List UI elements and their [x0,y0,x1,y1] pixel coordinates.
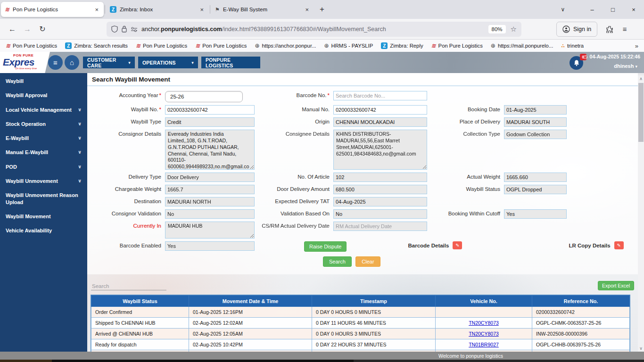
sidebar-item-e-waybill[interactable]: E-Waybill∨ [0,131,87,145]
extensions-puzzle-icon[interactable] [602,22,617,36]
table-row: Ready for dispatch 02-Aug-2025 10:42PM 0… [91,339,630,350]
table-search-input[interactable] [91,282,166,290]
page-scrollbar[interactable]: ∧ ∨ [638,75,644,352]
ponpure-express-logo[interactable]: PON PURE Expres On time every time [0,52,50,73]
booking-date-input[interactable] [504,105,567,115]
export-excel-button[interactable]: Export Excel [598,281,634,290]
destination-input[interactable] [165,197,255,206]
waybill-no-input[interactable] [165,105,255,115]
lr-copy-details-edit-button[interactable]: ✎ [614,241,624,249]
manual-no-input[interactable] [333,105,427,115]
actual-weight-input[interactable] [504,173,567,182]
sidebar-item-waybill-movement[interactable]: Waybill Movement [0,209,87,223]
bookmark-zimbra-reply[interactable]: ZZimbra: Reply [381,42,423,49]
scroll-down-icon[interactable]: ∨ [638,345,644,352]
window-minimize-button[interactable]: – [582,0,603,18]
bookmark-hrms-payslip[interactable]: ⊕HRMS - PAYSLIP [324,42,373,49]
waybill-no-label: Waybill No.* [91,105,165,112]
sidebar-item-waybill-approval[interactable]: Waybill Approval [0,88,87,102]
currently-in-textarea[interactable]: MADURAI HUB [165,222,255,239]
sidebar-item-pod[interactable]: POD∨ [0,160,87,174]
search-button[interactable]: Search [323,256,352,267]
place-of-delivery-input[interactable] [504,117,567,127]
chargeable-weight-input[interactable] [165,185,255,194]
bookmark-pon-pure-logistics[interactable]: ≋Pon Pure Logistics [431,42,483,49]
expected-delivery-tat-input[interactable] [333,197,427,206]
collection-type-input[interactable] [504,130,567,139]
bookmark-star-icon[interactable]: ☆ [511,25,517,33]
bookmark-pon-pure-logistics[interactable]: ≋Pon Pure Logistics [136,42,187,49]
bookmark-zimbra-search-results[interactable]: ZZimbra: Search results [65,42,128,49]
menu-ponpure-logistics[interactable]: PONPURE LOGISTICS [201,57,260,68]
no-of-article-input[interactable] [333,173,427,182]
sidebar-item-local-vehicle-management[interactable]: Local Vehicle Management∨ [0,103,87,117]
waybill-status-input[interactable] [504,185,567,194]
validation-based-on-label: Validation Based On [255,209,333,216]
permissions-icon[interactable] [131,26,138,32]
address-bar[interactable]: anchor.ponpurelogistics.com/index.html?6… [107,22,521,37]
raise-dispute-button[interactable]: Raise Dispute [304,241,347,252]
sidebar-item-waybill[interactable]: Waybill [0,74,87,88]
sidebar-toggle-button[interactable]: ≡ [48,55,63,70]
window-close-button[interactable]: × [623,0,644,18]
home-icon: ⌂ [70,58,74,66]
movement-datetime-cell: 02-Aug-2025 10:42PM [189,339,312,350]
lock-icon[interactable] [122,25,127,33]
zoom-level-indicator[interactable]: 80% [488,25,506,33]
csrm-actual-delivery-date-input[interactable] [333,222,427,231]
consignor-validation-input[interactable] [165,209,255,219]
window-maximize-button[interactable]: □ [603,0,623,18]
bookmark-mail-url[interactable]: ⊕https://mail.ponpurelo... [491,42,553,49]
reload-icon[interactable]: ↻ [35,22,50,36]
menu-hamburger-icon[interactable]: ≡ [617,22,632,36]
vehicle-no-link[interactable]: TN20CY8073 [469,331,499,337]
tab-close-icon[interactable]: × [304,6,310,13]
bookmarks-overflow-icon[interactable]: » [635,42,638,49]
bookmark-pon-pure-logistics[interactable]: ≋Pon Pure Logistics [6,42,57,49]
sidebar-item-stock-operation[interactable]: Stock Operation∨ [0,117,87,131]
firefox-sign-in-button[interactable]: Sign in [556,22,597,37]
consignor-details-textarea[interactable]: Eveready Industries India Limited,,108, … [165,130,255,170]
url-text[interactable]: anchor.ponpurelogistics.com/index.html?6… [141,26,488,33]
menu-operations[interactable]: OPERATIONS▾ [138,57,198,68]
accounting-year-select[interactable]: 25-26 [165,91,243,102]
booking-within-cutoff-input[interactable] [504,209,567,219]
tab-zimbra-inbox[interactable]: Z Zimbra: Inbox × [106,2,209,17]
menu-customer-care[interactable]: CUSTOMER CARE▾ [83,57,135,68]
barcode-no-input[interactable] [333,91,427,100]
forward-icon[interactable]: → [20,22,35,36]
barcode-enabled-input[interactable] [165,241,255,251]
consignee-details-textarea[interactable]: KHINS DISTRIBUTORS-MADURAI,55,56,East Ma… [333,130,427,170]
vehicle-no-link[interactable]: TN01BR9027 [469,342,499,347]
bookmark-anchor-url[interactable]: ⊕https://anchor.ponpur... [255,42,316,49]
tab-close-icon[interactable]: × [93,6,100,13]
tab-pon-pure-logistics[interactable]: ≋ Pon Pure Logistics × [1,2,104,17]
user-menu[interactable]: dhinesh ▾ [614,63,637,69]
scroll-up-icon[interactable]: ∧ [638,75,644,82]
status-bar: Welcome to ponpure logistics [0,352,644,360]
scrollbar-thumb[interactable] [638,83,644,142]
tab-separator [105,5,105,14]
tab-eway-bill-system[interactable]: ⚑ E-Way Bill System × [211,2,314,17]
list-all-tabs-icon[interactable]: ∨ [555,6,570,13]
sidebar-item-vehicle-availability[interactable]: Vehicle Availability [0,223,87,238]
back-icon[interactable]: ← [5,22,20,36]
door-delivery-amount-input[interactable] [333,185,427,194]
sidebar-nav: Waybill Waybill Approval Local Vehicle M… [0,73,87,352]
waybill-type-input[interactable] [165,117,255,127]
clear-button[interactable]: Clear [355,256,380,267]
new-tab-button[interactable]: + [315,4,329,15]
home-button[interactable]: ⌂ [65,55,79,70]
bookmark-trinetra[interactable]: ∴trinetra [561,43,584,49]
shield-icon[interactable] [111,25,118,33]
sidebar-item-waybill-unmovement-reason-upload[interactable]: Waybill Unmovement Reason Upload [0,188,87,209]
tab-close-icon[interactable]: × [198,6,205,13]
validation-based-on-input[interactable] [333,209,427,219]
delivery-type-input[interactable] [165,173,255,182]
barcode-details-edit-button[interactable]: ✎ [453,241,462,249]
vehicle-no-link[interactable]: TN20CY8073 [469,320,499,326]
origin-input[interactable] [333,117,427,127]
bookmark-pon-pure-logistics[interactable]: ≋Pon Pure Logistics [195,42,247,49]
sidebar-item-waybill-unmovement[interactable]: Waybill Unmovement∨ [0,174,87,188]
sidebar-item-manual-e-waybill[interactable]: Manual E-Waybill∨ [0,145,87,159]
